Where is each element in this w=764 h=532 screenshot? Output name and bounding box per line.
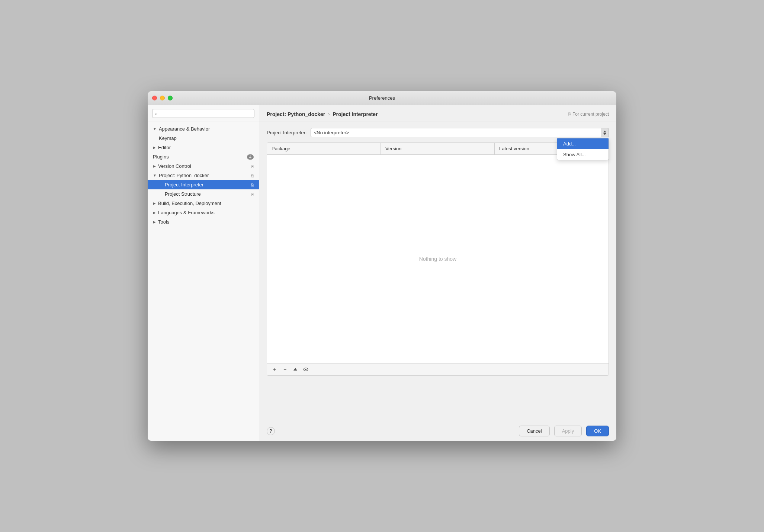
packages-table: Package Version Latest version Nothing t… xyxy=(267,142,609,376)
main-content: Project: Python_docker › Project Interpr… xyxy=(259,105,616,441)
for-current-project: ⎘ For current project xyxy=(568,112,609,117)
ps-icon: ⎘ xyxy=(251,192,254,196)
col-package: Package xyxy=(267,143,381,154)
col-version: Version xyxy=(381,143,495,154)
add-package-button[interactable]: + xyxy=(271,366,278,373)
sidebar-item-editor[interactable]: ▶ Editor xyxy=(148,143,259,152)
project-icon: ⎘ xyxy=(251,173,254,178)
remove-package-button[interactable]: − xyxy=(281,366,289,373)
vc-icon: ⎘ xyxy=(251,164,254,169)
expand-arrow-project: ▼ xyxy=(153,173,157,177)
search-icon: ⌕ xyxy=(155,111,157,116)
expand-arrow-editor: ▶ xyxy=(153,145,156,150)
svg-marker-0 xyxy=(293,368,297,371)
dropdown-item-add[interactable]: Add... xyxy=(557,138,609,149)
interpreter-dropdown-arrow[interactable] xyxy=(601,128,609,137)
content-area: ⌕ ▼ Appearance & Behavior Keymap ▶ Edito… xyxy=(148,105,616,441)
interpreter-select[interactable]: <No interpreter> xyxy=(311,128,609,137)
interpreter-select-wrapper: <No interpreter> xyxy=(311,128,609,137)
expand-arrow-lang: ▶ xyxy=(153,211,156,215)
maximize-button[interactable] xyxy=(168,96,173,100)
main-body: Project Interpreter: <No interpreter> Ad… xyxy=(259,122,616,421)
search-input[interactable] xyxy=(152,109,254,118)
interpreter-row: Project Interpreter: <No interpreter> Ad… xyxy=(267,128,609,137)
help-button[interactable]: ? xyxy=(267,427,275,435)
arrow-up-icon xyxy=(603,131,606,132)
sidebar-item-project[interactable]: ▼ Project: Python_docker ⎘ xyxy=(148,171,259,180)
footer: ? Cancel Apply OK xyxy=(259,421,616,441)
pi-icon: ⎘ xyxy=(251,183,254,187)
expand-arrow-build: ▶ xyxy=(153,201,156,205)
sidebar-item-plugins[interactable]: Plugins 4 xyxy=(148,152,259,161)
search-box: ⌕ xyxy=(148,105,259,122)
expand-arrow-vc: ▶ xyxy=(153,164,156,168)
up-package-button[interactable] xyxy=(292,366,299,373)
ok-button[interactable]: OK xyxy=(586,426,609,436)
sidebar-item-version-control[interactable]: ▶ Version Control ⎘ xyxy=(148,161,259,171)
interpreter-label: Project Interpreter: xyxy=(267,130,307,135)
sidebar-item-keymap[interactable]: Keymap xyxy=(148,134,259,143)
breadcrumb-project: Project: Python_docker xyxy=(267,111,325,117)
eye-button[interactable] xyxy=(302,366,309,373)
traffic-lights xyxy=(152,96,173,100)
apply-button[interactable]: Apply xyxy=(554,426,582,436)
interpreter-dropdown-menu: Add... Show All... xyxy=(557,138,609,160)
preferences-window: Preferences ⌕ ▼ Appearance & Behavior Ke… xyxy=(148,91,616,441)
sidebar-item-build[interactable]: ▶ Build, Execution, Deployment xyxy=(148,199,259,208)
up-icon xyxy=(293,367,298,372)
svg-point-2 xyxy=(305,369,306,370)
arrow-down-icon xyxy=(603,133,606,135)
eye-icon xyxy=(303,368,308,371)
sidebar-item-appearance[interactable]: ▼ Appearance & Behavior xyxy=(148,124,259,134)
table-toolbar: + − xyxy=(267,363,609,375)
search-wrapper: ⌕ xyxy=(152,109,254,118)
breadcrumb: Project: Python_docker › Project Interpr… xyxy=(267,111,568,117)
dropdown-item-show-all[interactable]: Show All... xyxy=(557,149,609,160)
main-header: Project: Python_docker › Project Interpr… xyxy=(259,105,616,122)
cancel-button[interactable]: Cancel xyxy=(519,426,549,436)
project-scope-icon: ⎘ xyxy=(568,112,571,117)
sidebar-item-languages[interactable]: ▶ Languages & Frameworks xyxy=(148,208,259,217)
sidebar-nav: ▼ Appearance & Behavior Keymap ▶ Editor … xyxy=(148,122,259,441)
empty-message: Nothing to show xyxy=(419,256,456,262)
titlebar: Preferences xyxy=(148,91,616,105)
window-title: Preferences xyxy=(369,95,395,101)
sidebar-item-project-structure[interactable]: Project Structure ⎘ xyxy=(148,189,259,199)
table-body: Nothing to show xyxy=(267,155,609,363)
breadcrumb-arrow: › xyxy=(328,112,330,117)
sidebar-item-project-interpreter[interactable]: Project Interpreter ⎘ xyxy=(148,180,259,189)
close-button[interactable] xyxy=(152,96,157,100)
sidebar: ⌕ ▼ Appearance & Behavior Keymap ▶ Edito… xyxy=(148,105,259,441)
minimize-button[interactable] xyxy=(160,96,165,100)
expand-arrow-tools: ▶ xyxy=(153,220,156,224)
breadcrumb-page: Project Interpreter xyxy=(333,111,378,117)
expand-arrow-appearance: ▼ xyxy=(153,127,157,131)
sidebar-item-tools[interactable]: ▶ Tools xyxy=(148,217,259,227)
